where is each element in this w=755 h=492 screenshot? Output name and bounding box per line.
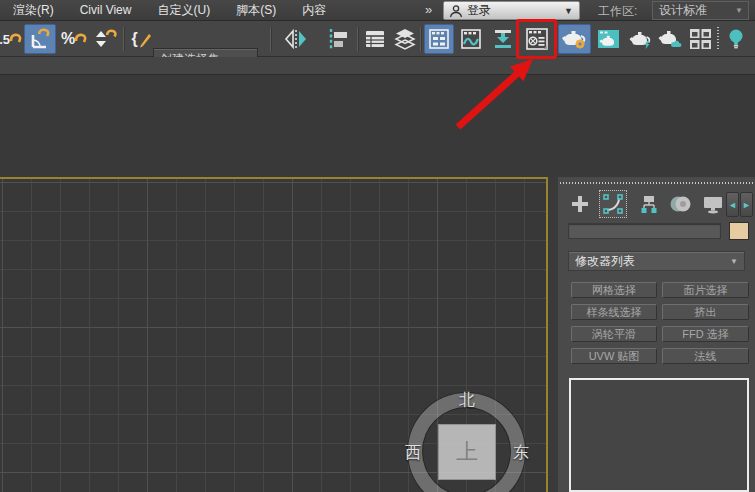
modifier-list-label: 修改器列表 xyxy=(575,253,635,270)
snap-25d-label: 2.5 xyxy=(0,32,10,47)
tab-modify[interactable] xyxy=(599,190,627,218)
lightbulb-icon xyxy=(726,27,746,51)
object-color-swatch[interactable] xyxy=(729,222,749,240)
person-icon xyxy=(449,4,463,18)
motion-icon xyxy=(669,193,693,215)
mirror-button[interactable] xyxy=(279,24,312,54)
hierarchy-icon xyxy=(638,193,660,215)
align-button[interactable] xyxy=(318,24,353,54)
angle-snap-icon xyxy=(27,27,53,51)
menu-content[interactable]: 内容 xyxy=(289,0,339,21)
login-caret-icon: ▼ xyxy=(564,6,573,16)
edit-named-selection-sets-button[interactable]: { xyxy=(129,24,154,54)
login-dropdown[interactable]: 登录 ▼ xyxy=(443,1,580,20)
spinner-snap-toggle-button[interactable] xyxy=(91,24,121,54)
render-in-cloud-button[interactable] xyxy=(657,24,684,54)
modifier-ffd-select-button[interactable]: FFD 选择 xyxy=(662,326,749,342)
align-icon xyxy=(322,27,350,51)
lighting-analysis-button[interactable] xyxy=(724,24,748,54)
render-setup-button[interactable] xyxy=(558,24,591,54)
empty-dock-area xyxy=(0,76,755,177)
percent-label: % xyxy=(61,30,75,48)
compass-north-label[interactable]: 北 xyxy=(459,390,475,411)
modifier-extrude-button[interactable]: 挤出 xyxy=(662,304,749,320)
login-label: 登录 xyxy=(467,2,491,19)
modifier-normal-button[interactable]: 法线 xyxy=(662,348,749,364)
tab-create[interactable] xyxy=(566,190,594,218)
menu-customize[interactable]: 自定义(U) xyxy=(144,0,223,21)
viewport[interactable]: 上 北 南 西 东 xyxy=(0,177,548,492)
modifier-turbosmooth-button[interactable]: 涡轮平滑 xyxy=(571,326,657,342)
viewcube-top-label: 上 xyxy=(456,437,478,467)
tab-display[interactable] xyxy=(699,190,727,218)
compass-west-label[interactable]: 西 xyxy=(405,443,421,464)
workspace-label: 工作区: xyxy=(598,3,637,20)
toolbar-separator xyxy=(270,27,271,51)
layers-stack-icon xyxy=(393,27,417,51)
workspace-dropdown[interactable]: 设计标准 ▼ xyxy=(652,1,749,20)
mirror-icon xyxy=(282,27,310,51)
toolbar-separator xyxy=(357,27,358,51)
state-sets-button[interactable] xyxy=(687,24,714,54)
render-teapot-icon xyxy=(628,27,653,51)
modifier-list-dropdown[interactable]: 修改器列表 ▼ xyxy=(568,251,745,271)
modify-icon xyxy=(602,193,624,215)
snap-hook-icon xyxy=(10,32,22,46)
modifier-list-caret-icon: ▼ xyxy=(730,257,738,266)
toolbar-separator xyxy=(717,27,719,51)
modifier-mesh-select-button[interactable]: 网格选择 xyxy=(571,282,657,298)
display-monitor-icon xyxy=(701,193,725,215)
modifier-patch-select-button[interactable]: 面片选择 xyxy=(662,282,749,298)
menu-render[interactable]: 渲染(R) xyxy=(0,0,67,21)
state-sets-icon xyxy=(688,27,713,51)
highlight-arrow xyxy=(440,45,560,140)
modifier-spline-select-button[interactable]: 样条线选择 xyxy=(571,304,657,320)
render-cloud-icon xyxy=(658,27,683,51)
modifier-uvw-map-button[interactable]: UVW 贴图 xyxy=(571,348,657,364)
spinner-snap-icon xyxy=(93,27,119,51)
viewcube-top-face[interactable]: 上 xyxy=(438,424,496,480)
create-plus-icon xyxy=(569,193,591,215)
toolbar-dock-strip xyxy=(0,57,755,75)
rendered-frame-window-button[interactable] xyxy=(594,24,622,54)
menu-overflow-chevron-icon[interactable]: » xyxy=(425,0,432,20)
object-name-input[interactable] xyxy=(568,223,721,239)
snap-25d-toggle-button[interactable]: 2.5 xyxy=(0,24,22,54)
menu-civil-view[interactable]: Civil View xyxy=(67,0,145,21)
tab-motion[interactable] xyxy=(667,190,695,218)
toolbar-separator xyxy=(123,27,124,51)
menu-bar: 渲染(R) Civil View 自定义(U) 脚本(S) 内容 xyxy=(0,0,755,21)
modifier-button-set: 网格选择 面片选择 样条线选择 挤出 涡轮平滑 FFD 选择 UVW 贴图 法线 xyxy=(571,282,751,364)
command-panel: ◄ ► 修改器列表 ▼ 网格选择 面片选择 样条线选择 挤出 涡轮平滑 FFD … xyxy=(558,177,755,492)
scene-explorer-button[interactable] xyxy=(391,24,419,54)
modifier-stack-list[interactable] xyxy=(569,378,749,492)
render-setup-icon xyxy=(561,26,589,52)
snap-hook-icon xyxy=(75,32,87,46)
toolbar-separator xyxy=(420,27,421,51)
angle-snap-toggle-button[interactable] xyxy=(24,24,56,54)
percent-snap-toggle-button[interactable]: % xyxy=(59,24,89,54)
application-window: 渲染(R) Civil View 自定义(U) 脚本(S) 内容 » 登录 ▼ … xyxy=(0,0,755,492)
panel-scroll-left-button[interactable]: ◄ xyxy=(726,192,739,217)
pencil-icon xyxy=(138,30,152,48)
rendered-frame-window-icon xyxy=(596,27,621,51)
layer-manager-button[interactable] xyxy=(361,24,389,54)
panel-scroll-right-button[interactable]: ► xyxy=(740,192,753,217)
main-toolbar: 2.5 % { xyxy=(0,21,755,57)
workspace-value: 设计标准 xyxy=(659,2,707,19)
panel-drag-handle[interactable] xyxy=(560,182,753,184)
view-compass[interactable]: 上 北 南 西 东 xyxy=(403,386,531,492)
layer-manager-icon xyxy=(363,27,387,51)
render-production-button[interactable] xyxy=(627,24,654,54)
menu-script[interactable]: 脚本(S) xyxy=(223,0,289,21)
compass-east-label[interactable]: 东 xyxy=(513,443,529,464)
tab-hierarchy[interactable] xyxy=(635,190,663,218)
workspace-caret-icon: ▼ xyxy=(735,6,743,15)
